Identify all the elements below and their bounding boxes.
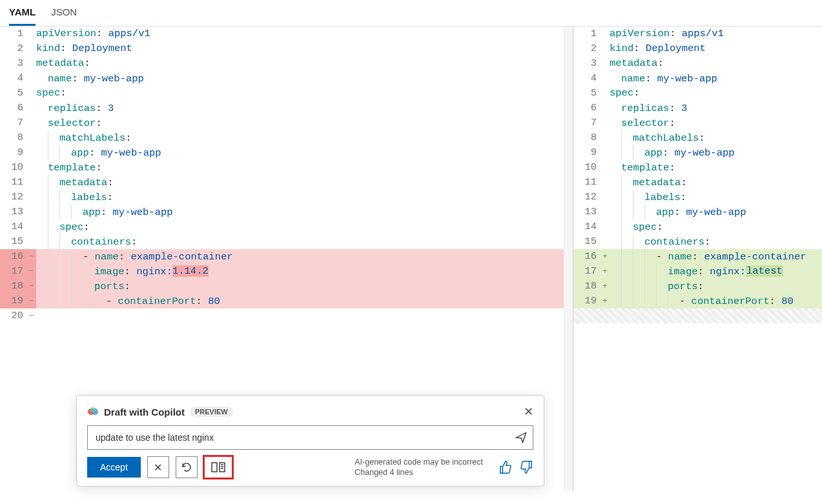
tabs-bar: YAML JSON: [0, 0, 822, 26]
line-number: 20: [0, 308, 28, 323]
close-icon[interactable]: ✕: [524, 405, 533, 419]
diff-sign: +: [602, 249, 610, 264]
code-line[interactable]: 16+ - name: example-container: [573, 249, 822, 264]
code-line[interactable]: 12 labels:: [573, 190, 822, 205]
accept-button[interactable]: Accept: [87, 457, 141, 478]
line-number: 14: [0, 219, 28, 234]
prompt-input[interactable]: [94, 432, 515, 443]
preview-badge: PREVIEW: [190, 407, 233, 417]
code-line[interactable]: 4 name: my-web-app: [573, 71, 822, 86]
line-number: 10: [0, 160, 28, 175]
thumbs-down-icon[interactable]: [519, 460, 533, 474]
code-line[interactable]: 10 template:: [0, 160, 573, 175]
code-line[interactable]: 4 name: my-web-app: [0, 71, 573, 86]
code-line[interactable]: 18− ports:: [0, 279, 573, 294]
line-number: 17: [573, 264, 602, 279]
code-line[interactable]: 15 containers:: [573, 234, 822, 249]
code-line[interactable]: 7 selector:: [573, 116, 822, 130]
line-number: 5: [0, 86, 28, 101]
code-content: spec:: [610, 219, 822, 235]
code-line[interactable]: 15 containers:: [0, 234, 573, 249]
code-content: image: nginx:latest: [610, 264, 822, 279]
code-line[interactable]: 10 template:: [573, 160, 822, 175]
tab-json[interactable]: JSON: [51, 6, 77, 26]
line-number: 1: [573, 26, 602, 41]
discard-button[interactable]: ✕: [147, 456, 169, 478]
code-line[interactable]: 1apiVersion: apps/v1: [0, 26, 573, 41]
line-number: 4: [0, 71, 28, 86]
line-number: 12: [0, 190, 28, 205]
code-line[interactable]: 1apiVersion: apps/v1: [573, 26, 822, 41]
regenerate-button[interactable]: [176, 456, 198, 478]
line-number: 1: [0, 26, 28, 41]
code-line[interactable]: 11 metadata:: [573, 175, 822, 190]
code-line[interactable]: 17+ image: nginx:latest: [573, 264, 822, 279]
code-content: spec:: [610, 86, 822, 101]
diff-sign: −: [28, 308, 36, 323]
code-line[interactable]: 6 replicas: 3: [0, 101, 573, 116]
code-content: matchLabels:: [610, 130, 822, 146]
tab-yaml[interactable]: YAML: [9, 6, 36, 26]
diff-sign: −: [28, 264, 36, 279]
pane-after[interactable]: 1apiVersion: apps/v12kind: Deployment3me…: [573, 26, 822, 491]
code-line[interactable]: 2kind: Deployment: [573, 41, 822, 56]
code-line[interactable]: 3metadata:: [573, 56, 822, 71]
code-line[interactable]: 20−: [0, 308, 573, 323]
line-number: 16: [0, 249, 28, 264]
code-line[interactable]: 7 selector:: [0, 116, 573, 130]
line-number: 9: [573, 145, 602, 160]
diff-sign: +: [602, 279, 610, 294]
code-line[interactable]: 18+ ports:: [573, 279, 822, 294]
code-line[interactable]: 9 app: my-web-app: [573, 145, 822, 160]
code-line[interactable]: 9 app: my-web-app: [0, 145, 573, 160]
thumbs-up-icon[interactable]: [498, 460, 513, 474]
line-number: 16: [573, 249, 602, 264]
code-content: name: my-web-app: [36, 71, 573, 86]
code-content: template:: [610, 160, 822, 176]
code-line[interactable]: 8 matchLabels:: [573, 130, 822, 145]
code-line[interactable]: 14 spec:: [573, 219, 822, 234]
diff-view-button[interactable]: [204, 456, 232, 478]
code-content: ports:: [36, 279, 573, 294]
prompt-field-wrapper: [87, 425, 533, 450]
code-content: app: my-web-app: [36, 205, 573, 220]
line-number: 18: [573, 279, 602, 294]
code-line[interactable]: 11 metadata:: [0, 175, 573, 190]
code-line[interactable]: 13 app: my-web-app: [573, 205, 822, 219]
code-line[interactable]: 16− - name: example-container: [0, 249, 573, 264]
line-number: 10: [573, 160, 602, 175]
code-line[interactable]: 19− - containerPort: 80: [0, 294, 573, 308]
line-number: 3: [573, 56, 602, 71]
code-content: replicas: 3: [610, 101, 822, 116]
code-line[interactable]: 2kind: Deployment: [0, 41, 573, 56]
code-line[interactable]: 8 matchLabels:: [0, 130, 573, 145]
code-line[interactable]: 6 replicas: 3: [573, 101, 822, 116]
code-line[interactable]: 14 spec:: [0, 219, 573, 234]
code-line[interactable]: 5spec:: [573, 86, 822, 101]
code-line[interactable]: 12 labels:: [0, 190, 573, 205]
code-content: app: my-web-app: [610, 205, 822, 220]
copilot-icon: [87, 406, 99, 418]
line-number: 14: [573, 219, 602, 234]
code-line[interactable]: 3metadata:: [0, 56, 573, 71]
code-line[interactable]: 13 app: my-web-app: [0, 205, 573, 219]
code-line[interactable]: 5spec:: [0, 86, 573, 101]
diff-sign: −: [28, 249, 36, 264]
placeholder-hatch: [573, 308, 822, 323]
code-content: - name: example-container: [36, 249, 573, 265]
code-content: metadata:: [36, 56, 573, 71]
send-icon[interactable]: [515, 431, 528, 444]
code-line[interactable]: 19+ - containerPort: 80: [573, 294, 822, 308]
svg-rect-3: [212, 463, 217, 472]
diff-sign: −: [28, 279, 36, 294]
code-line[interactable]: 17− image: nginx:1.14.2: [0, 264, 573, 279]
code-content: kind: Deployment: [36, 41, 573, 56]
code-content: metadata:: [36, 175, 573, 190]
svg-rect-4: [220, 463, 225, 472]
close-icon: ✕: [154, 461, 162, 474]
scrollbar[interactable]: [564, 26, 573, 491]
line-number: 4: [573, 71, 602, 86]
code-content: ports:: [610, 279, 822, 294]
copilot-title: Draft with Copilot: [104, 407, 185, 418]
line-number: 8: [573, 130, 602, 145]
